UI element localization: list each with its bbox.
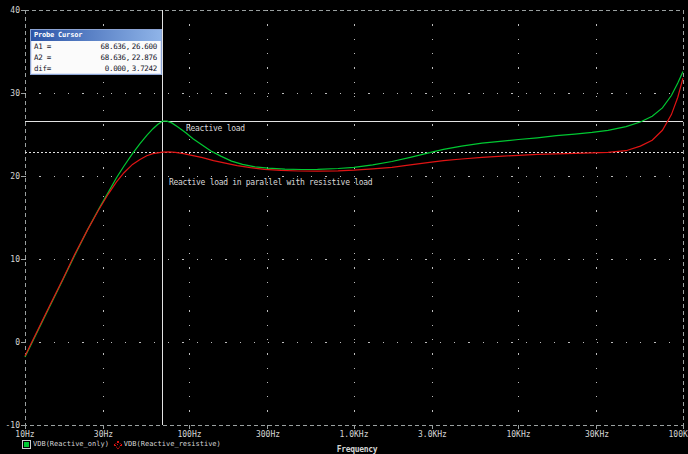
probe-cursor-titlebar[interactable]: Probe Cursor <box>31 30 161 41</box>
y-axis-tick-label: 40 <box>0 6 20 15</box>
cursor-dif-x-value: 0.000, <box>58 63 130 74</box>
cursor-a2-label: A2 = <box>34 52 58 63</box>
cursor-a1-y-value: 26.600 <box>130 41 157 52</box>
cursor-row-a2: A2 = 68.636, 22.876 <box>31 52 161 63</box>
x-axis-tick-label: 300Hz <box>246 430 290 439</box>
legend-label-reactive-only: VDB(Reactive_only) <box>33 440 109 448</box>
legend-item-reactive-resistive[interactable]: VDB(Reactive_resistive) <box>113 440 221 449</box>
cursor-dif-label: dif= <box>34 63 58 74</box>
cursor-a1-x-value: 68.636, <box>58 41 130 52</box>
cursor-row-dif: dif= 0.000, 3.7242 <box>31 63 161 74</box>
y-axis-tick-label: 0 <box>0 338 20 347</box>
y-axis-tick-label: 10 <box>0 255 20 264</box>
x-axis-tick-label: 1.0KHz <box>332 430 376 439</box>
x-axis-tick-label: 3.0KHz <box>410 430 454 439</box>
x-axis-tick-label: 30KHz <box>575 430 619 439</box>
x-axis-tick-label: 100KHz <box>661 430 688 439</box>
diamond-trace-marker-icon <box>113 440 122 449</box>
trace-reactive-resistive[interactable] <box>25 78 683 356</box>
cursor-a1-label: A1 = <box>34 41 58 52</box>
annotation-reactive-load: Reactive load <box>186 124 245 133</box>
probe-cursor-window[interactable]: Probe Cursor A1 = 68.636, 26.600 A2 = 68… <box>30 29 162 75</box>
legend-label-reactive-resistive: VDB(Reactive_resistive) <box>124 440 221 448</box>
cursor-row-a1: A1 = 68.636, 26.600 <box>31 41 161 52</box>
legend-item-reactive-only[interactable]: VDB(Reactive_only) <box>22 440 109 449</box>
y-axis-tick-label: -10 <box>0 421 20 430</box>
trace-legend: VDB(Reactive_only) VDB(Reactive_resistiv… <box>22 438 221 450</box>
cursor-a2-x-value: 68.636, <box>58 52 130 63</box>
annotation-reactive-parallel-resistive: Reactive load in parallel with resistive… <box>169 178 372 187</box>
y-axis-tick-label: 30 <box>0 89 20 98</box>
x-axis-title: Frequency <box>317 445 397 454</box>
x-axis-tick-label: 10KHz <box>497 430 541 439</box>
square-trace-marker-icon <box>22 440 31 449</box>
y-axis-tick-label: 20 <box>0 172 20 181</box>
probe-plot-window: 403020100-1010Hz30Hz100Hz300Hz1.0KHz3.0K… <box>0 0 688 454</box>
cursor-a2-y-value: 22.876 <box>130 52 157 63</box>
trace-reactive-only[interactable] <box>25 71 683 357</box>
cursor-dif-y-value: 3.7242 <box>130 63 157 74</box>
